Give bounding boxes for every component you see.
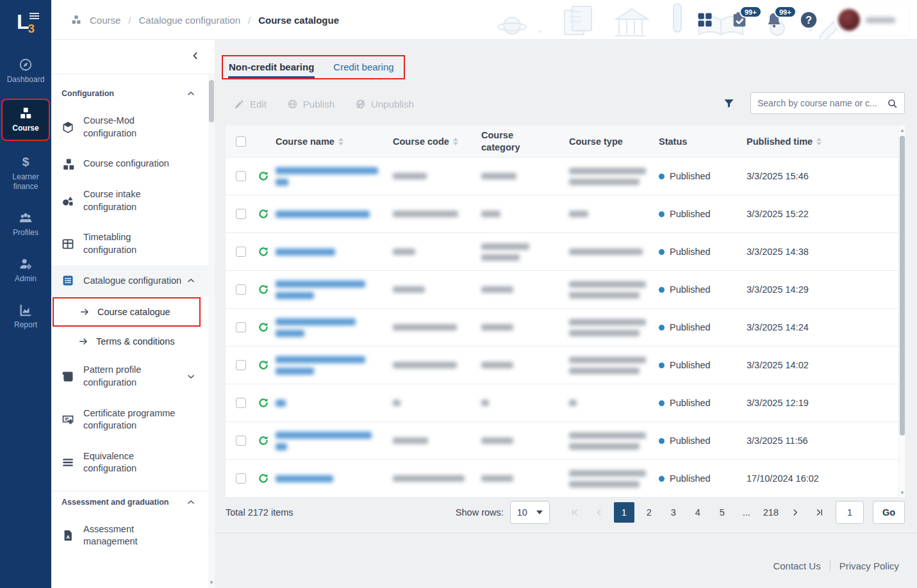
sidebar-item-catalogue-configuration[interactable]: Catalogue configuration <box>51 265 208 296</box>
page-first[interactable] <box>565 502 584 523</box>
footer-links: Contact Us Privacy Policy <box>773 560 899 571</box>
collapse-sidebar-icon[interactable] <box>190 51 201 61</box>
apps-grid-icon[interactable] <box>696 11 714 29</box>
course-name-link-redacted[interactable] <box>276 167 379 186</box>
sidebar-item-learner-finance[interactable]: $Learner finance <box>3 151 49 195</box>
table-scrollbar[interactable]: ▲ ▼ <box>898 126 905 498</box>
sidebar-item-assessment-management[interactable]: AAssessment management <box>51 514 208 557</box>
page-4[interactable]: 4 <box>688 502 707 523</box>
tab-credit-bearing[interactable]: Credit bearing <box>333 56 394 78</box>
go-button[interactable]: Go <box>873 501 905 524</box>
help-icon[interactable]: ? <box>800 11 818 29</box>
arrow-right-icon <box>79 307 90 317</box>
sort-icon[interactable] <box>816 138 822 145</box>
scroll-down-arrow-icon[interactable]: ▼ <box>208 580 215 585</box>
column-published-time[interactable]: Published time <box>747 136 813 147</box>
search-input[interactable] <box>757 98 882 108</box>
publish-button[interactable]: Publish <box>287 99 335 110</box>
course-name-link-redacted[interactable] <box>276 432 379 450</box>
page-jump-input[interactable] <box>836 501 864 524</box>
course-name-link-redacted[interactable] <box>276 400 379 407</box>
row-checkbox[interactable] <box>236 436 246 446</box>
course-code-redacted <box>393 286 481 293</box>
status-dot <box>659 476 665 482</box>
course-name-link-redacted[interactable] <box>276 249 379 256</box>
course-name-link-redacted[interactable] <box>276 318 379 337</box>
tasks-icon[interactable]: 99+ <box>731 11 748 29</box>
course-type-redacted <box>569 470 659 487</box>
user-menu[interactable] <box>834 5 908 35</box>
breadcrumb-course[interactable]: Course <box>90 15 120 26</box>
sort-icon[interactable] <box>338 138 343 145</box>
page-218[interactable]: 218 <box>761 502 781 523</box>
sidebar-item-course-intake-configuration[interactable]: Course intake configuration <box>51 179 208 222</box>
course-type-redacted <box>569 357 659 374</box>
row-checkbox[interactable] <box>236 284 246 295</box>
section-header-1[interactable]: Assessment and graduation <box>51 491 208 514</box>
sidebar-item-course[interactable]: Course <box>3 100 49 140</box>
sidebar-item-dashboard[interactable]: Dashboard <box>3 54 49 88</box>
row-checkbox[interactable] <box>236 247 246 257</box>
course-name-link-redacted[interactable] <box>276 281 379 299</box>
scroll-up-arrow-icon[interactable]: ▲ <box>899 127 905 133</box>
breadcrumb-catalogue-configuration[interactable]: Catalogue configuration <box>139 15 240 26</box>
column-course-name[interactable]: Course name <box>276 136 335 147</box>
row-checkbox[interactable] <box>236 171 246 181</box>
page-prev[interactable] <box>590 502 609 523</box>
refresh-icon <box>258 435 276 446</box>
page-size-select[interactable]: 10 <box>510 501 550 524</box>
sidebar-item-report[interactable]: Report <box>3 299 49 334</box>
notifications-bell-icon[interactable]: 99+ <box>765 11 783 29</box>
page-2[interactable]: 2 <box>640 502 659 523</box>
status-label: Published <box>670 247 711 257</box>
page-5[interactable]: 5 <box>713 502 732 523</box>
row-checkbox[interactable] <box>236 398 246 408</box>
sidebar-item-equivalence-configuration[interactable]: Equivalence configuration <box>51 441 208 484</box>
sidebar-item-course-catalogue[interactable]: Course catalogue <box>54 298 199 325</box>
secondary-sidebar: ConfigurationCourse-Mod configurationCou… <box>51 40 215 588</box>
table-row: Published3/3/2025 14:29 <box>226 271 905 309</box>
published-time: 17/10/2024 16:02 <box>747 473 905 484</box>
sidebar-item-terms-conditions[interactable]: Terms & conditions <box>51 328 208 355</box>
page-1[interactable]: 1 <box>614 502 634 523</box>
page-3[interactable]: 3 <box>664 502 683 523</box>
page-next[interactable] <box>786 502 805 523</box>
app-logo[interactable]: L3 <box>0 0 51 46</box>
svg-text:?: ? <box>805 14 812 26</box>
sort-icon[interactable] <box>453 138 458 145</box>
sidebar-item-course-configuration[interactable]: Course configuration <box>51 149 208 179</box>
published-time: 3/3/2025 14:29 <box>747 284 905 295</box>
sidebar-item-pattern-profile-configuration[interactable]: Pattern profile configuration <box>51 355 208 398</box>
edit-button[interactable]: Edit <box>234 99 267 110</box>
course-name-link-redacted[interactable] <box>276 211 379 218</box>
unpublish-button[interactable]: Unpublish <box>355 99 414 110</box>
select-all-checkbox[interactable] <box>236 136 246 147</box>
column-course-code[interactable]: Course code <box>393 136 449 147</box>
tab-non-credit-bearing[interactable]: Non-credit bearing <box>228 56 315 78</box>
page-ellipsis[interactable]: ... <box>737 502 756 523</box>
row-checkbox[interactable] <box>236 322 246 332</box>
sidebar-item-profiles[interactable]: Profiles <box>3 207 49 241</box>
table-body: Published3/3/2025 15:46Published3/3/2025… <box>226 158 905 498</box>
sidebar-item-admin[interactable]: Admin <box>3 253 49 288</box>
course-category-redacted <box>481 286 569 293</box>
contact-us-link[interactable]: Contact Us <box>773 560 820 571</box>
filter-icon[interactable] <box>723 97 735 110</box>
sidebar-item-timetabling-configuration[interactable]: Timetabling configuration <box>51 222 208 265</box>
published-time: 3/3/2025 14:24 <box>747 322 905 332</box>
section-header-0[interactable]: Configuration <box>51 83 208 106</box>
page-last[interactable] <box>810 502 829 523</box>
course-name-link-redacted[interactable] <box>276 356 379 375</box>
course-name-link-redacted[interactable] <box>276 475 379 482</box>
row-checkbox[interactable] <box>236 209 246 219</box>
search-icon[interactable] <box>887 98 898 109</box>
privacy-policy-link[interactable]: Privacy Policy <box>839 560 899 571</box>
refresh-icon <box>258 322 276 333</box>
row-checkbox[interactable] <box>236 360 246 370</box>
sidebar-scrollbar[interactable]: ▼ <box>208 75 215 588</box>
row-checkbox[interactable] <box>236 473 246 484</box>
scroll-down-arrow-icon[interactable]: ▼ <box>899 490 905 496</box>
sidebar-item-certificate-programme-configuration[interactable]: Certificate programme configuration <box>51 398 208 441</box>
sidebar-item-course-mod-configuration[interactable]: Course-Mod configuration <box>51 106 208 149</box>
status-dot <box>659 211 665 217</box>
